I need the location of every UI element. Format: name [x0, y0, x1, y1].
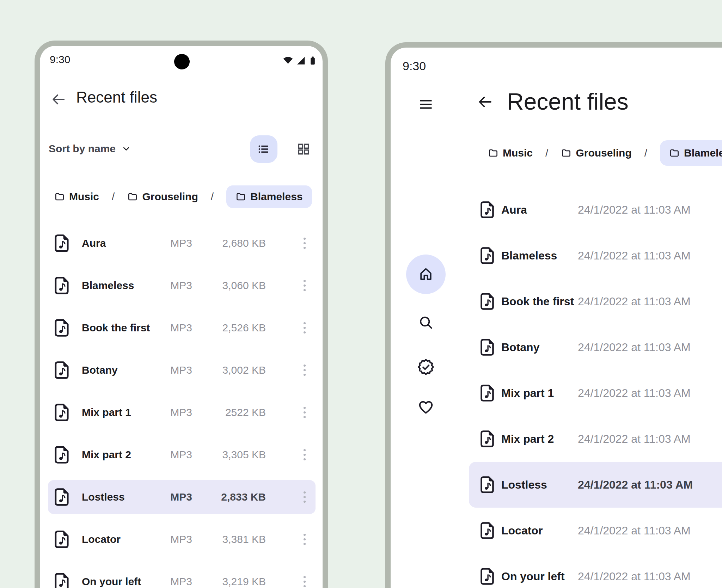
- more-vert-button[interactable]: [300, 364, 309, 376]
- file-row[interactable]: Botany 24/1/2022 at 11:03 AM: [469, 324, 722, 370]
- file-date: 24/1/2022 at 11:03 AM: [578, 341, 691, 354]
- more-vert-icon: [303, 322, 306, 334]
- audio-file-icon: [480, 247, 494, 264]
- file-row[interactable]: Book the first 24/1/2022 at 11:03 AM: [469, 278, 722, 324]
- file-name: Mix part 1: [82, 406, 167, 418]
- file-type: MP3: [167, 364, 195, 376]
- file-size: 3,219 KB: [213, 576, 266, 588]
- file-name: Mix part 2: [501, 433, 578, 446]
- file-name: Locator: [501, 524, 578, 537]
- back-arrow-icon[interactable]: [50, 91, 66, 108]
- grid-view-icon: [296, 142, 311, 156]
- back-arrow-icon[interactable]: [476, 93, 493, 110]
- more-vert-button[interactable]: [300, 322, 309, 334]
- audio-file-icon: [480, 522, 494, 539]
- file-row[interactable]: Locator MP3 3,381 KB: [48, 522, 316, 556]
- file-size: 2,680 KB: [213, 237, 266, 249]
- audio-file-icon: [480, 430, 494, 448]
- file-row[interactable]: Locator 24/1/2022 at 11:03 AM: [469, 508, 722, 553]
- file-row[interactable]: Mix part 2 MP3 3,305 KB: [48, 438, 316, 472]
- more-vert-button[interactable]: [300, 576, 309, 588]
- more-vert-button[interactable]: [300, 406, 309, 418]
- tablet-device-frame: 9:30 Recent files Music / Grouseling / B…: [385, 42, 722, 588]
- more-vert-button[interactable]: [300, 449, 309, 461]
- file-row[interactable]: Aura 24/1/2022 at 11:03 AM: [469, 187, 722, 233]
- file-type: MP3: [167, 576, 195, 588]
- file-type: MP3: [167, 406, 195, 418]
- file-name: Blameless: [82, 280, 167, 292]
- file-size: 2,833 KB: [213, 491, 266, 503]
- menu-icon[interactable]: [418, 97, 434, 112]
- audio-file-icon: [54, 446, 69, 464]
- file-date: 24/1/2022 at 11:03 AM: [578, 203, 691, 216]
- more-vert-button[interactable]: [300, 280, 309, 292]
- more-vert-button[interactable]: [300, 533, 309, 545]
- file-type: MP3: [167, 280, 195, 292]
- file-name: Lostless: [82, 491, 167, 503]
- heart-icon[interactable]: [417, 399, 434, 416]
- audio-file-icon: [480, 338, 494, 356]
- file-name: Book the first: [501, 295, 578, 308]
- file-row[interactable]: On your left MP3 3,219 KB: [48, 565, 316, 588]
- breadcrumb-separator: /: [211, 191, 214, 203]
- search-icon[interactable]: [418, 314, 434, 331]
- breadcrumb-item-blameless-selected[interactable]: Blameless: [226, 185, 312, 208]
- verified-badge-icon[interactable]: [417, 358, 435, 376]
- audio-file-icon: [54, 488, 69, 506]
- file-row-selected[interactable]: Lostless 24/1/2022 at 11:03 AM: [469, 462, 722, 508]
- battery-icon: [308, 55, 318, 66]
- file-date: 24/1/2022 at 11:03 AM: [578, 524, 691, 537]
- cellular-icon: [295, 55, 306, 66]
- phone-device-frame: 9:30 Recent files Sort by name: [35, 41, 328, 588]
- file-size: 3,060 KB: [213, 280, 266, 292]
- breadcrumb-item-grouseling[interactable]: Grouseling: [561, 147, 631, 159]
- breadcrumb-item-music[interactable]: Music: [488, 147, 533, 159]
- home-icon: [418, 266, 434, 282]
- wifi-icon: [282, 55, 294, 66]
- more-vert-icon: [303, 406, 306, 418]
- breadcrumb-item-grouseling[interactable]: Grouseling: [127, 191, 198, 203]
- file-date: 24/1/2022 at 11:03 AM: [578, 387, 691, 400]
- file-type: MP3: [167, 237, 195, 249]
- more-vert-icon: [303, 491, 306, 503]
- file-row[interactable]: Mix part 1 24/1/2022 at 11:03 AM: [469, 370, 722, 416]
- file-row[interactable]: Mix part 1 MP3 2522 KB: [48, 396, 316, 429]
- file-name: Locator: [82, 533, 167, 545]
- more-vert-button[interactable]: [300, 491, 309, 503]
- file-row[interactable]: Blameless MP3 3,060 KB: [48, 269, 316, 302]
- breadcrumb-item-blameless-selected[interactable]: Blameless: [660, 140, 722, 166]
- more-vert-button[interactable]: [300, 237, 309, 249]
- more-vert-icon: [303, 449, 306, 461]
- file-size: 3,305 KB: [213, 449, 266, 461]
- file-row[interactable]: Blameless 24/1/2022 at 11:03 AM: [469, 233, 722, 278]
- status-icons: [282, 55, 318, 66]
- file-name: Aura: [82, 237, 167, 249]
- file-name: Lostless: [501, 478, 578, 491]
- file-name: On your left: [82, 576, 167, 588]
- file-row[interactable]: Book the first MP3 2,526 KB: [48, 311, 316, 345]
- breadcrumb-separator: /: [112, 191, 115, 203]
- sort-menu-button[interactable]: Sort by name: [49, 142, 131, 156]
- more-vert-icon: [303, 280, 306, 292]
- file-list: Aura 24/1/2022 at 11:03 AM Blameless 24/…: [469, 187, 722, 588]
- list-view-button[interactable]: [250, 135, 277, 163]
- audio-file-icon: [480, 293, 494, 310]
- breadcrumb-item-music[interactable]: Music: [54, 191, 99, 203]
- breadcrumb-separator: /: [644, 147, 647, 159]
- folder-icon: [488, 148, 498, 158]
- file-row[interactable]: On your left 24/1/2022 at 11:03 AM: [469, 553, 722, 588]
- grid-view-button[interactable]: [293, 138, 314, 160]
- audio-file-icon: [54, 234, 69, 252]
- more-vert-icon: [303, 576, 306, 588]
- file-type: MP3: [167, 322, 195, 334]
- folder-icon: [54, 191, 65, 202]
- audio-file-icon: [54, 276, 69, 295]
- file-name: On your left: [501, 570, 578, 583]
- file-row[interactable]: Aura MP3 2,680 KB: [48, 226, 316, 260]
- file-row[interactable]: Mix part 2 24/1/2022 at 11:03 AM: [469, 416, 722, 462]
- page-title: Recent files: [76, 88, 157, 106]
- nav-rail-item-home-selected[interactable]: [406, 255, 446, 294]
- audio-file-icon: [54, 530, 69, 549]
- file-row[interactable]: Botany MP3 3,002 KB: [48, 353, 316, 387]
- file-row-selected[interactable]: Lostless MP3 2,833 KB: [48, 480, 316, 514]
